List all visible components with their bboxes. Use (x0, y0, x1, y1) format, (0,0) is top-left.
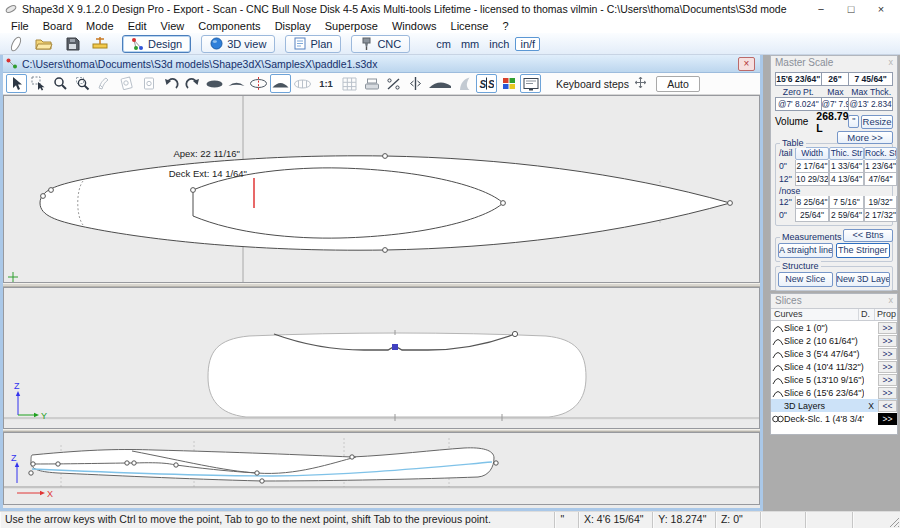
master-scale-titlebar[interactable]: Master Scale x (771, 56, 897, 70)
width-value[interactable]: 26" (822, 72, 850, 86)
center-guides-icon[interactable] (405, 74, 426, 93)
table-cell[interactable]: 2 59/64" (829, 209, 864, 222)
menu-view[interactable]: View (154, 20, 192, 32)
table-cell[interactable]: 8 25/64" (795, 196, 829, 209)
document-tab[interactable]: C:\Users\thoma\Documents\S3d models\Shap… (3, 55, 760, 73)
new-slice-button[interactable]: New Slice (778, 272, 833, 287)
redo-icon[interactable] (182, 74, 203, 93)
minimize-button[interactable]: − (806, 3, 836, 15)
unit-inch[interactable]: inch (485, 38, 513, 50)
btns-toggle-button[interactable]: << Btns (843, 229, 893, 242)
marquee-select-tool-icon[interactable] (28, 74, 49, 93)
slice-prop-button[interactable]: >> (878, 348, 897, 360)
menu-display[interactable]: Display (268, 20, 318, 32)
menu-components[interactable]: Components (191, 20, 267, 32)
slice-row[interactable]: Slice 5 (13'10 9/16")>> (771, 373, 897, 386)
curves-column-header[interactable]: Curves (771, 309, 859, 320)
slice-row[interactable]: Slice 3 (5'4 47/64")>> (771, 347, 897, 360)
plan-view-icon[interactable] (270, 74, 291, 93)
rocker-view-icon[interactable] (427, 74, 453, 93)
slice-prop-button[interactable]: >> (878, 387, 897, 399)
resize-button[interactable]: Resize (861, 115, 893, 129)
deck-slice-row[interactable]: Deck-Slc. 1 (4'8 3/4")>> (771, 412, 897, 425)
menu-superpose[interactable]: Superpose (318, 20, 385, 32)
scan-export-icon[interactable] (88, 34, 112, 53)
col-width-header[interactable]: Width (795, 147, 829, 160)
table-cell[interactable]: 2 17/64" (795, 160, 829, 173)
slices-close-icon[interactable]: x (889, 295, 894, 307)
maximize-button[interactable]: □ (836, 3, 866, 15)
length-value[interactable]: 15'6 23/64" (775, 72, 822, 86)
sketch-tool-icon[interactable] (94, 74, 115, 93)
control-point[interactable] (512, 331, 517, 336)
profile-view-canvas[interactable]: Z X (4, 433, 759, 504)
table-cell[interactable]: 4 13/64" (829, 173, 864, 186)
spin-view-icon[interactable] (292, 74, 313, 93)
design-mode-button[interactable]: Design (122, 35, 191, 53)
resize-grip[interactable] (886, 512, 900, 528)
plan-view-canvas[interactable]: Apex: 22 11/16" Deck Ext: 14 1/64" (4, 96, 759, 282)
fin-icon[interactable] (454, 74, 475, 93)
zoom-tool-icon[interactable] (50, 74, 71, 93)
3d-layers-row[interactable]: 3D LayersX<< (771, 399, 897, 412)
table-cell[interactable]: 7 5/16" (829, 196, 864, 209)
panel-layout-icon[interactable] (520, 74, 541, 93)
colors-icon[interactable] (498, 74, 519, 93)
slice-row[interactable]: Slice 6 (15'6 23/64")>> (771, 386, 897, 399)
3d-view-button[interactable]: 3D view (201, 35, 275, 53)
grid-icon[interactable] (339, 74, 360, 93)
select-tool-icon[interactable] (6, 74, 27, 93)
slice-prop-button[interactable]: >> (878, 322, 897, 334)
slices-titlebar[interactable]: Slices x (771, 294, 897, 308)
slice-prop-button[interactable]: >> (878, 335, 897, 347)
thickness-view-icon[interactable] (248, 74, 269, 93)
d-column-header[interactable]: D. (859, 309, 875, 320)
menu-windows[interactable]: Windows (385, 20, 444, 32)
new-3d-layer-button[interactable]: New 3D Layer (836, 272, 891, 287)
slice-row[interactable]: Slice 1 (0")>> (771, 321, 897, 334)
stringer-button[interactable]: The Stringer (836, 243, 891, 258)
new-board-icon[interactable] (4, 34, 28, 53)
one-to-one-icon[interactable]: 1:1 (314, 74, 338, 93)
rotate-view-tool-icon[interactable] (116, 74, 137, 93)
slice-prop-button[interactable]: >> (878, 374, 897, 386)
table-cell[interactable]: 19/32" (864, 196, 897, 209)
table-cell[interactable]: 1 23/64" (864, 160, 897, 173)
slice-prop-button[interactable]: >> (878, 361, 897, 373)
document-close-icon[interactable]: × (738, 57, 755, 71)
auto-button[interactable]: Auto (656, 76, 700, 92)
deck-slice-prop-button[interactable]: >> (878, 413, 897, 425)
keyboard-steps-move-icon[interactable] (634, 76, 647, 91)
thickness-value[interactable]: 7 45/64" (849, 72, 893, 86)
col-thic-header[interactable]: Thic. Str (829, 147, 864, 160)
selected-point[interactable] (392, 344, 398, 350)
close-button[interactable]: × (866, 3, 896, 15)
menu-mode[interactable]: Mode (79, 20, 121, 32)
table-cell[interactable]: 47/64" (864, 173, 897, 186)
menu-edit[interactable]: Edit (121, 20, 154, 32)
table-cell[interactable]: 2 17/32" (864, 209, 897, 222)
copy-view-tool-icon[interactable] (138, 74, 159, 93)
cnc-mode-button[interactable]: CNC (351, 35, 410, 53)
menu-board[interactable]: Board (36, 20, 79, 32)
table-cell[interactable]: 25/64" (795, 209, 829, 222)
menu-license[interactable]: License (444, 20, 496, 32)
undo-icon[interactable] (160, 74, 181, 93)
menu-help[interactable]: ? (495, 20, 515, 32)
save-file-icon[interactable] (60, 34, 84, 53)
unit-cm[interactable]: cm (432, 38, 455, 50)
max-thck-at[interactable]: @13' 2.834" (849, 97, 893, 111)
slice-row[interactable]: Slice 4 (10'4 11/32")>> (771, 360, 897, 373)
menu-file[interactable]: File (4, 20, 36, 32)
unit-in-f[interactable]: in/f (515, 37, 540, 51)
curvature-icon[interactable]: SS (476, 74, 497, 93)
layers-collapse-button[interactable]: << (878, 400, 897, 412)
open-file-icon[interactable] (32, 34, 56, 53)
bottom-view-icon[interactable] (226, 74, 247, 93)
table-cell[interactable]: 10 29/32" (795, 173, 829, 186)
slices-stack-icon[interactable] (361, 74, 382, 93)
unit-mm[interactable]: mm (457, 38, 483, 50)
slice-row[interactable]: Slice 2 (10 61/64")>> (771, 334, 897, 347)
master-scale-close-icon[interactable]: x (889, 57, 894, 69)
prop-column-header[interactable]: Prop (875, 309, 897, 320)
